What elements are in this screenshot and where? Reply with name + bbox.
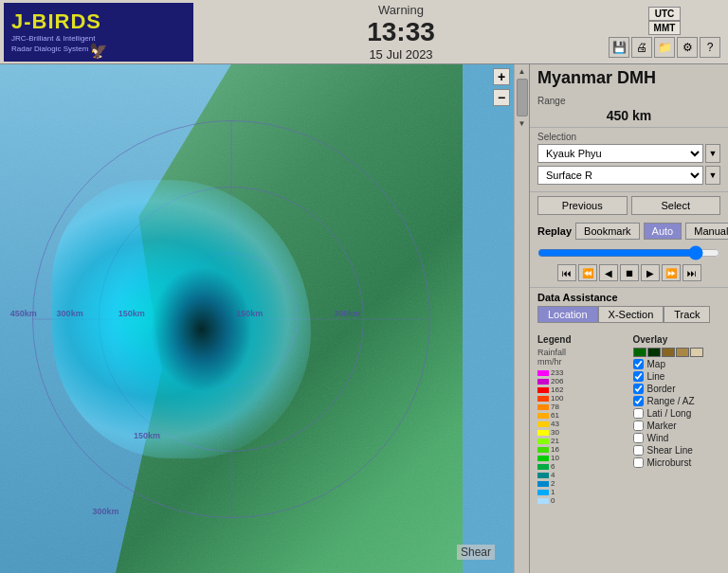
- overlay-section: Overlay MapLineBorderRange / AZLati / Lo…: [633, 334, 721, 569]
- legend-section: Legend Rainfallmm/hr 2332061621007861433…: [537, 334, 626, 569]
- color-swatch: [537, 379, 549, 385]
- color-value: 2: [551, 479, 555, 488]
- map-swatch: [690, 348, 703, 357]
- overlay-row: Shear Line: [633, 445, 721, 456]
- overlay-checkbox-line[interactable]: [633, 371, 644, 382]
- overlay-row: Range / AZ: [633, 396, 721, 406]
- bookmark-button[interactable]: Bookmark: [575, 223, 640, 240]
- replay-slider[interactable]: [537, 245, 720, 260]
- data-assist-section: Data Assistance Location X-Section Track: [530, 287, 728, 331]
- replay-header: Replay Bookmark Auto Manual: [537, 223, 720, 240]
- overlay-row: Microburst: [633, 457, 721, 468]
- zoom-out-button[interactable]: −: [493, 89, 510, 106]
- step-fwd-button[interactable]: ▶: [641, 264, 660, 281]
- logo-bird-icon: 🦅: [89, 42, 108, 60]
- time-display: 13:33: [203, 17, 599, 47]
- print-icon[interactable]: 🖨: [631, 37, 652, 58]
- overlay-checkbox-rangeaz[interactable]: [633, 396, 644, 406]
- color-value: 43: [551, 420, 559, 428]
- utc-mmt: UTC MMT: [648, 7, 682, 35]
- overlay-label-latilong: Lati / Long: [647, 408, 692, 419]
- map-swatch: [676, 348, 689, 357]
- surface-dropdown[interactable]: Surface R: [537, 166, 703, 185]
- color-row: 162: [537, 385, 626, 394]
- overlay-checkbox-microburst[interactable]: [633, 457, 644, 468]
- color-swatch: [537, 490, 549, 495]
- logo-sub: JRC-Brilliant & Intelligent Radar Dialog…: [11, 34, 101, 54]
- overlay-checkbox-shearline[interactable]: [633, 445, 644, 456]
- tab-track[interactable]: Track: [664, 306, 710, 323]
- location-dropdown[interactable]: Kyauk Phyu: [537, 144, 703, 163]
- color-value: 100: [551, 394, 563, 403]
- auto-button[interactable]: Auto: [644, 223, 682, 240]
- step-back-button[interactable]: ◀: [599, 264, 618, 281]
- overlay-checkbox-wind[interactable]: [633, 433, 644, 443]
- color-row: 16: [537, 445, 626, 454]
- overlay-checkbox-marker[interactable]: [633, 421, 644, 431]
- color-value: 16: [551, 445, 559, 454]
- fast-fwd-button[interactable]: ⏩: [662, 264, 681, 281]
- color-row: 2: [537, 479, 626, 488]
- manual-button[interactable]: Manual: [685, 223, 728, 240]
- help-icon[interactable]: ?: [700, 37, 720, 58]
- overlay-label-microburst: Microburst: [647, 457, 692, 468]
- color-row: 10: [537, 454, 626, 462]
- skip-end-button[interactable]: ⏭: [682, 264, 701, 281]
- color-value: 78: [551, 403, 559, 411]
- color-row: 1: [537, 488, 626, 496]
- scroll-down-arrow[interactable]: ▼: [518, 118, 527, 129]
- color-row: 43: [537, 420, 626, 428]
- folder-icon[interactable]: 📁: [654, 37, 675, 58]
- overlay-label-line: Line: [647, 371, 665, 382]
- color-swatch: [537, 396, 549, 402]
- color-row: 100: [537, 394, 626, 403]
- save-icon[interactable]: 💾: [609, 37, 629, 58]
- zoom-in-button[interactable]: +: [493, 68, 510, 85]
- color-swatch: [537, 387, 549, 393]
- previous-button[interactable]: Previous: [537, 196, 628, 215]
- replay-section: Replay Bookmark Auto Manual ⏮ ⏪ ◀ ⏹ ▶ ⏩ …: [530, 219, 728, 287]
- overlay-checkbox-map[interactable]: [633, 359, 644, 369]
- app: J-BIRDS JRC-Brilliant & Intelligent Rada…: [0, 0, 728, 573]
- overlay-title: Overlay: [633, 334, 721, 345]
- color-value: 1: [551, 488, 555, 496]
- color-row: 233: [537, 368, 626, 377]
- color-value: 0: [551, 496, 555, 505]
- color-row: 78: [537, 403, 626, 411]
- color-swatch: [537, 439, 549, 444]
- stop-button[interactable]: ⏹: [620, 264, 639, 281]
- overlay-checkbox-latilong[interactable]: [633, 408, 644, 419]
- map-swatch: [647, 348, 661, 357]
- dropdown1-arrow[interactable]: ▼: [705, 144, 720, 163]
- color-swatch: [537, 421, 549, 427]
- tab-xsection[interactable]: X-Section: [598, 306, 664, 323]
- select-button[interactable]: Select: [631, 196, 721, 215]
- color-value: 10: [551, 454, 559, 462]
- color-row: 0: [537, 496, 626, 505]
- dropdown2-row: Surface R ▼: [537, 166, 720, 185]
- logo-sub-line2: Radar Dialogic System: [11, 45, 101, 54]
- settings-icon[interactable]: ⚙: [677, 37, 698, 58]
- mmt-button[interactable]: MMT: [648, 21, 682, 35]
- dist-150km-right: 150km: [236, 309, 263, 318]
- color-value: 6: [551, 462, 555, 471]
- tab-location[interactable]: Location: [537, 306, 598, 323]
- header-center: Warning 13:33 15 Jul 2023: [193, 3, 609, 62]
- overlay-checkbox-border[interactable]: [633, 384, 644, 394]
- skip-start-button[interactable]: ⏮: [557, 264, 576, 281]
- dist-150km-bottom: 150km: [134, 431, 160, 440]
- rewind-button[interactable]: ⏪: [578, 264, 597, 281]
- header-right: UTC MMT 💾 🖨 📁 ⚙ ?: [609, 7, 720, 58]
- utc-button[interactable]: UTC: [648, 7, 682, 21]
- scroll-up-arrow[interactable]: ▲: [518, 66, 527, 77]
- data-tabs: Location X-Section Track: [537, 306, 720, 323]
- overlay-label-map: Map: [647, 359, 665, 369]
- overlay-row: Border: [633, 384, 721, 394]
- scroll-thumb[interactable]: [517, 79, 528, 116]
- scrollbar[interactable]: ▲ ▼: [514, 64, 529, 573]
- overlay-label-rangeaz: Range / AZ: [647, 396, 695, 406]
- overlay-label-border: Border: [647, 384, 676, 394]
- dropdown2-arrow[interactable]: ▼: [705, 166, 720, 185]
- map-swatch: [633, 348, 646, 357]
- radar-area: 450km 300km 150km 150km 300km 150km 300k…: [0, 64, 514, 573]
